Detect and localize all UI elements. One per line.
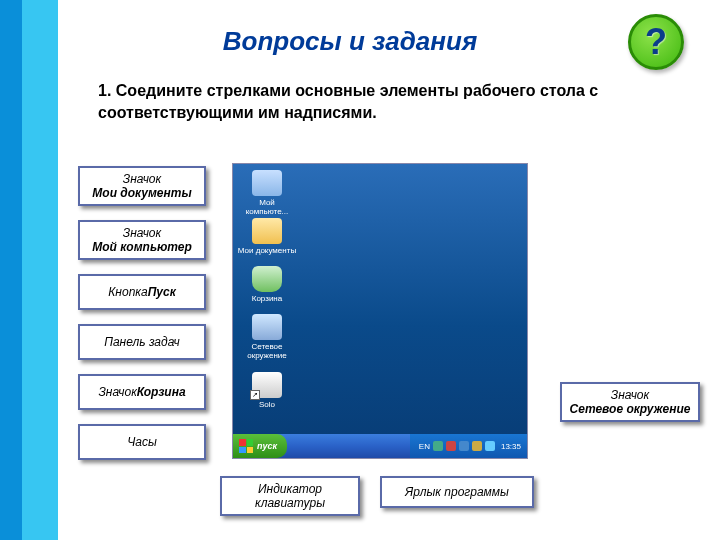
- instruction-text: 1. Соедините стрелками основные элементы…: [98, 80, 670, 123]
- desktop-wallpaper: Мой компьюте... Мои документы Корзина Се…: [233, 164, 527, 434]
- network-icon: [252, 314, 282, 340]
- desktop-icon-recycle-bin[interactable]: Корзина: [237, 266, 297, 303]
- label-my-computer[interactable]: Значок Мой компьютер: [78, 220, 206, 260]
- tray-icon[interactable]: [485, 441, 495, 451]
- computer-icon: [252, 170, 282, 196]
- label-taskbar[interactable]: Панель задач: [78, 324, 206, 360]
- desktop-icon-network[interactable]: Сетевое окружение: [237, 314, 297, 360]
- left-stripe: [0, 0, 58, 540]
- page-title: Вопросы и задания: [120, 26, 580, 57]
- trash-icon: [252, 266, 282, 292]
- label-network-places[interactable]: Значок Сетевое окружение: [560, 382, 700, 422]
- label-recycle-bin[interactable]: Значок Корзина: [78, 374, 206, 410]
- instruction-number: 1.: [98, 82, 111, 99]
- taskbar-clock[interactable]: 13:35: [498, 442, 521, 451]
- instruction-body: Соедините стрелками основные элементы ра…: [98, 82, 598, 121]
- folder-icon: [252, 218, 282, 244]
- label-my-documents[interactable]: Значок Мои документы: [78, 166, 206, 206]
- question-mark-icon: ?: [645, 21, 667, 63]
- help-badge: ?: [628, 14, 684, 70]
- label-start-button[interactable]: Кнопка Пуск: [78, 274, 206, 310]
- language-indicator[interactable]: EN: [416, 442, 430, 451]
- desktop-icon-my-computer[interactable]: Мой компьюте...: [237, 170, 297, 216]
- windows-logo-icon: [239, 439, 253, 453]
- left-labels-column: Значок Мои документы Значок Мой компьюте…: [78, 166, 206, 460]
- desktop-icon-shortcut[interactable]: ↗ Solo: [237, 372, 297, 409]
- desktop-icon-my-documents[interactable]: Мои документы: [237, 218, 297, 255]
- label-program-shortcut[interactable]: Ярлык программы: [380, 476, 534, 508]
- tray-icon[interactable]: [472, 441, 482, 451]
- tray-icon[interactable]: [446, 441, 456, 451]
- taskbar[interactable]: пуск EN 13:35: [233, 434, 527, 458]
- start-button[interactable]: пуск: [233, 434, 287, 458]
- label-clock[interactable]: Часы: [78, 424, 206, 460]
- tray-icon[interactable]: [433, 441, 443, 451]
- system-tray[interactable]: EN 13:35: [410, 434, 527, 458]
- shortcut-icon: ↗: [252, 372, 282, 398]
- windows-desktop: Мой компьюте... Мои документы Корзина Се…: [232, 163, 528, 459]
- tray-icon[interactable]: [459, 441, 469, 451]
- label-keyboard-indicator[interactable]: Индикатор клавиатуры: [220, 476, 360, 516]
